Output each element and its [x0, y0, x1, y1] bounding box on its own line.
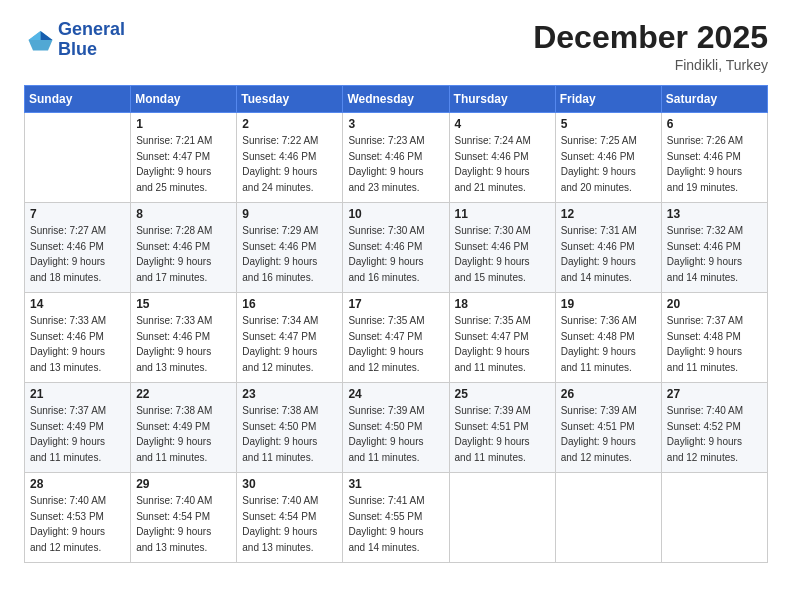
day-cell: 12Sunrise: 7:31 AM Sunset: 4:46 PM Dayli… [555, 203, 661, 293]
day-info: Sunrise: 7:22 AM Sunset: 4:46 PM Dayligh… [242, 133, 337, 195]
day-cell [449, 473, 555, 563]
day-number: 28 [30, 477, 125, 491]
day-cell: 26Sunrise: 7:39 AM Sunset: 4:51 PM Dayli… [555, 383, 661, 473]
day-cell [555, 473, 661, 563]
logo-line1: General [58, 20, 125, 40]
day-info: Sunrise: 7:40 AM Sunset: 4:54 PM Dayligh… [136, 493, 231, 555]
day-info: Sunrise: 7:28 AM Sunset: 4:46 PM Dayligh… [136, 223, 231, 285]
day-number: 23 [242, 387, 337, 401]
day-info: Sunrise: 7:39 AM Sunset: 4:50 PM Dayligh… [348, 403, 443, 465]
day-info: Sunrise: 7:24 AM Sunset: 4:46 PM Dayligh… [455, 133, 550, 195]
col-header-wednesday: Wednesday [343, 86, 449, 113]
col-header-tuesday: Tuesday [237, 86, 343, 113]
day-number: 3 [348, 117, 443, 131]
day-info: Sunrise: 7:31 AM Sunset: 4:46 PM Dayligh… [561, 223, 656, 285]
day-number: 4 [455, 117, 550, 131]
day-cell: 22Sunrise: 7:38 AM Sunset: 4:49 PM Dayli… [131, 383, 237, 473]
day-number: 24 [348, 387, 443, 401]
location-subtitle: Findikli, Turkey [533, 57, 768, 73]
day-number: 22 [136, 387, 231, 401]
day-info: Sunrise: 7:23 AM Sunset: 4:46 PM Dayligh… [348, 133, 443, 195]
week-row-5: 28Sunrise: 7:40 AM Sunset: 4:53 PM Dayli… [25, 473, 768, 563]
day-cell: 14Sunrise: 7:33 AM Sunset: 4:46 PM Dayli… [25, 293, 131, 383]
day-cell: 9Sunrise: 7:29 AM Sunset: 4:46 PM Daylig… [237, 203, 343, 293]
day-info: Sunrise: 7:39 AM Sunset: 4:51 PM Dayligh… [561, 403, 656, 465]
day-cell: 1Sunrise: 7:21 AM Sunset: 4:47 PM Daylig… [131, 113, 237, 203]
col-header-monday: Monday [131, 86, 237, 113]
day-info: Sunrise: 7:35 AM Sunset: 4:47 PM Dayligh… [348, 313, 443, 375]
week-row-2: 7Sunrise: 7:27 AM Sunset: 4:46 PM Daylig… [25, 203, 768, 293]
page: General Blue December 2025 Findikli, Tur… [0, 0, 792, 612]
day-number: 5 [561, 117, 656, 131]
day-cell: 20Sunrise: 7:37 AM Sunset: 4:48 PM Dayli… [661, 293, 767, 383]
day-cell: 10Sunrise: 7:30 AM Sunset: 4:46 PM Dayli… [343, 203, 449, 293]
day-info: Sunrise: 7:38 AM Sunset: 4:49 PM Dayligh… [136, 403, 231, 465]
day-info: Sunrise: 7:32 AM Sunset: 4:46 PM Dayligh… [667, 223, 762, 285]
day-number: 18 [455, 297, 550, 311]
day-cell: 7Sunrise: 7:27 AM Sunset: 4:46 PM Daylig… [25, 203, 131, 293]
day-info: Sunrise: 7:40 AM Sunset: 4:53 PM Dayligh… [30, 493, 125, 555]
logo-icon [24, 25, 54, 55]
day-info: Sunrise: 7:30 AM Sunset: 4:46 PM Dayligh… [348, 223, 443, 285]
day-info: Sunrise: 7:33 AM Sunset: 4:46 PM Dayligh… [30, 313, 125, 375]
day-cell: 30Sunrise: 7:40 AM Sunset: 4:54 PM Dayli… [237, 473, 343, 563]
day-cell: 28Sunrise: 7:40 AM Sunset: 4:53 PM Dayli… [25, 473, 131, 563]
title-block: December 2025 Findikli, Turkey [533, 20, 768, 73]
day-number: 7 [30, 207, 125, 221]
week-row-4: 21Sunrise: 7:37 AM Sunset: 4:49 PM Dayli… [25, 383, 768, 473]
day-number: 13 [667, 207, 762, 221]
col-header-friday: Friday [555, 86, 661, 113]
day-info: Sunrise: 7:41 AM Sunset: 4:55 PM Dayligh… [348, 493, 443, 555]
day-number: 29 [136, 477, 231, 491]
month-title: December 2025 [533, 20, 768, 55]
day-cell: 29Sunrise: 7:40 AM Sunset: 4:54 PM Dayli… [131, 473, 237, 563]
day-number: 20 [667, 297, 762, 311]
header: General Blue December 2025 Findikli, Tur… [24, 20, 768, 73]
day-number: 31 [348, 477, 443, 491]
day-cell: 11Sunrise: 7:30 AM Sunset: 4:46 PM Dayli… [449, 203, 555, 293]
day-cell: 3Sunrise: 7:23 AM Sunset: 4:46 PM Daylig… [343, 113, 449, 203]
day-cell: 17Sunrise: 7:35 AM Sunset: 4:47 PM Dayli… [343, 293, 449, 383]
week-row-3: 14Sunrise: 7:33 AM Sunset: 4:46 PM Dayli… [25, 293, 768, 383]
calendar-header-row: SundayMondayTuesdayWednesdayThursdayFrid… [25, 86, 768, 113]
day-info: Sunrise: 7:33 AM Sunset: 4:46 PM Dayligh… [136, 313, 231, 375]
day-info: Sunrise: 7:21 AM Sunset: 4:47 PM Dayligh… [136, 133, 231, 195]
day-info: Sunrise: 7:36 AM Sunset: 4:48 PM Dayligh… [561, 313, 656, 375]
calendar-table: SundayMondayTuesdayWednesdayThursdayFrid… [24, 85, 768, 563]
col-header-thursday: Thursday [449, 86, 555, 113]
day-number: 6 [667, 117, 762, 131]
day-number: 27 [667, 387, 762, 401]
day-cell [661, 473, 767, 563]
day-cell: 6Sunrise: 7:26 AM Sunset: 4:46 PM Daylig… [661, 113, 767, 203]
day-number: 12 [561, 207, 656, 221]
day-number: 25 [455, 387, 550, 401]
day-info: Sunrise: 7:37 AM Sunset: 4:48 PM Dayligh… [667, 313, 762, 375]
day-cell: 2Sunrise: 7:22 AM Sunset: 4:46 PM Daylig… [237, 113, 343, 203]
day-cell: 19Sunrise: 7:36 AM Sunset: 4:48 PM Dayli… [555, 293, 661, 383]
svg-marker-1 [41, 31, 53, 40]
day-info: Sunrise: 7:40 AM Sunset: 4:52 PM Dayligh… [667, 403, 762, 465]
day-cell: 15Sunrise: 7:33 AM Sunset: 4:46 PM Dayli… [131, 293, 237, 383]
day-number: 19 [561, 297, 656, 311]
day-cell: 5Sunrise: 7:25 AM Sunset: 4:46 PM Daylig… [555, 113, 661, 203]
day-cell: 27Sunrise: 7:40 AM Sunset: 4:52 PM Dayli… [661, 383, 767, 473]
logo: General Blue [24, 20, 125, 60]
day-info: Sunrise: 7:37 AM Sunset: 4:49 PM Dayligh… [30, 403, 125, 465]
day-cell: 8Sunrise: 7:28 AM Sunset: 4:46 PM Daylig… [131, 203, 237, 293]
day-cell: 18Sunrise: 7:35 AM Sunset: 4:47 PM Dayli… [449, 293, 555, 383]
day-number: 16 [242, 297, 337, 311]
day-cell: 25Sunrise: 7:39 AM Sunset: 4:51 PM Dayli… [449, 383, 555, 473]
day-number: 21 [30, 387, 125, 401]
day-number: 15 [136, 297, 231, 311]
day-info: Sunrise: 7:35 AM Sunset: 4:47 PM Dayligh… [455, 313, 550, 375]
svg-marker-2 [29, 31, 41, 40]
day-number: 14 [30, 297, 125, 311]
day-cell [25, 113, 131, 203]
day-number: 2 [242, 117, 337, 131]
day-cell: 23Sunrise: 7:38 AM Sunset: 4:50 PM Dayli… [237, 383, 343, 473]
day-cell: 13Sunrise: 7:32 AM Sunset: 4:46 PM Dayli… [661, 203, 767, 293]
logo-line2: Blue [58, 40, 125, 60]
day-cell: 4Sunrise: 7:24 AM Sunset: 4:46 PM Daylig… [449, 113, 555, 203]
day-cell: 31Sunrise: 7:41 AM Sunset: 4:55 PM Dayli… [343, 473, 449, 563]
col-header-sunday: Sunday [25, 86, 131, 113]
